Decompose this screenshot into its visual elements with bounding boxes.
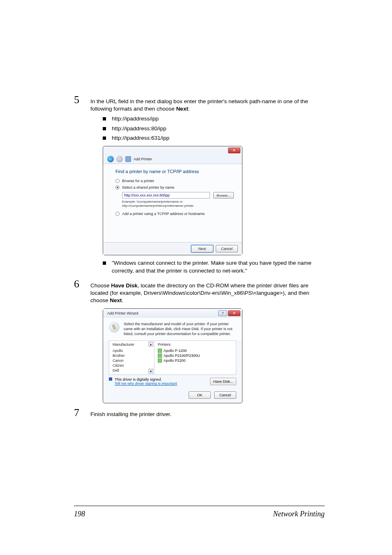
close-button[interactable]: ✕ — [228, 310, 240, 316]
driver-signed-text: This driver is digitally signed. — [115, 377, 177, 382]
dialog1-footer: Next Cancel — [103, 242, 242, 255]
next-label: Next — [198, 247, 206, 251]
ok-label: OK — [197, 393, 202, 397]
cancel-label: Cancel — [221, 247, 233, 251]
browse-label: Browse... — [217, 194, 230, 197]
bullet-text: http://ipaddress:80/ipp — [112, 125, 166, 132]
browse-button[interactable]: Browse... — [213, 192, 234, 199]
cancel-label: Cancel — [219, 393, 231, 397]
dialog1-body: Find a printer by name or TCP/IP address… — [103, 164, 242, 242]
option-tcpip-printer[interactable]: Add a printer using a TCP/IP address or … — [115, 212, 234, 216]
step-6-pre: Choose — [90, 282, 111, 289]
driver-signing-link[interactable]: Tell me why driver signing is important — [115, 382, 177, 386]
step-5-number: 5 — [74, 95, 90, 105]
add-printer-wizard-dialog: Add Printer Wizard ? ✕ Select the manufa… — [103, 308, 325, 403]
step-5-note: "Windows cannot connect to the printer. … — [112, 259, 325, 274]
printers-list[interactable]: Printers Apollo P-1200 Apollo P2100/P230… — [154, 341, 236, 375]
manufacturer-printer-lists: ▴ Manufacturer Apollo Brother Canon Citi… — [109, 340, 236, 375]
printer-item-label: Apollo P2100/P2300U — [164, 354, 200, 358]
printer-item-label: Apollo P2200 — [164, 358, 186, 363]
url-example: Example: \\computername\printername or h… — [122, 200, 234, 208]
mfr-item[interactable]: Canon — [113, 358, 151, 363]
printer-model-icon — [158, 354, 162, 358]
step-6-number: 6 — [74, 279, 90, 289]
example-line2: http://computername/printers/printername… — [122, 204, 234, 208]
option-shared-printer[interactable]: Select a shared printer by name — [115, 185, 234, 190]
step-5-text-pre: In the URL field in the next dialog box … — [90, 98, 308, 112]
radio-icon — [115, 179, 120, 183]
step-6-bold1: Have Disk — [111, 282, 138, 289]
shield-icon — [109, 377, 112, 381]
cancel-button[interactable]: Cancel — [216, 245, 238, 252]
bullet-text: http://ipaddress/ipp — [112, 115, 159, 123]
step-7-number: 7 — [74, 407, 90, 418]
step-7-text: Finish installing the printer driver. — [90, 407, 171, 418]
printer-item[interactable]: Apollo P2100/P2300U — [158, 353, 233, 358]
dialog1-titlebar: ✕ — [103, 146, 242, 155]
have-disk-button[interactable]: Have Disk... — [210, 378, 236, 385]
wizard-icon — [109, 322, 120, 333]
step-6-bold2: Next — [110, 297, 122, 303]
dialog2-instructions: Select the manufacturer and model of you… — [124, 322, 236, 336]
nav-back-button[interactable]: ← — [107, 156, 114, 162]
dialog2-top: Select the manufacturer and model of you… — [103, 318, 242, 340]
mfr-item[interactable]: Apollo — [113, 348, 151, 353]
page-number: 198 — [74, 510, 85, 518]
bullet-icon — [103, 117, 106, 120]
step-5-note-block: "Windows cannot connect to the printer. … — [103, 259, 325, 274]
dialog2-titlebar: Add Printer Wizard ? ✕ — [103, 309, 242, 318]
add-printer-dialog: ✕ ← → Add Printer Find a printer by name… — [103, 146, 325, 255]
scroll-up-button[interactable]: ▴ — [148, 342, 153, 347]
dialog1-header: ← → Add Printer — [103, 155, 242, 164]
close-button[interactable]: ✕ — [228, 148, 240, 153]
step-6-body: Choose Have Disk, locate the directory o… — [90, 279, 325, 305]
radio-icon — [115, 212, 120, 216]
dialog2-title: Add Printer Wizard — [107, 311, 138, 315]
step-6: 6 Choose Have Disk, locate the directory… — [74, 279, 325, 404]
option-shared-label: Select a shared printer by name — [122, 185, 175, 190]
driver-signed-row: This driver is digitally signed. Tell me… — [103, 375, 242, 388]
manufacturer-header: Manufacturer — [113, 342, 151, 347]
bullet-item: http://ipaddress/ipp — [103, 115, 325, 123]
dialog2-footer: OK Cancel — [103, 388, 242, 403]
mfr-item[interactable]: Citizen — [113, 363, 151, 368]
page-footer: 198 Network Printing — [74, 510, 325, 518]
next-button[interactable]: Next — [191, 245, 213, 252]
cancel-button[interactable]: Cancel — [214, 391, 236, 399]
bullet-item: http://ipaddress:80/ipp — [103, 125, 325, 132]
step-5-body: In the URL field in the next dialog box … — [90, 95, 325, 113]
printer-item[interactable]: Apollo P-1200 — [158, 348, 233, 353]
printer-model-icon — [158, 358, 162, 363]
radio-icon — [115, 185, 120, 190]
ok-button[interactable]: OK — [189, 391, 211, 399]
bullet-icon — [103, 261, 106, 265]
nav-forward-button[interactable]: → — [116, 156, 123, 162]
step-6-post: . — [122, 297, 124, 303]
have-disk-label: Have Disk... — [213, 379, 233, 384]
mfr-item[interactable]: Dell — [113, 368, 151, 373]
footer-divider — [74, 506, 325, 506]
manufacturer-list[interactable]: ▴ Manufacturer Apollo Brother Canon Citi… — [109, 341, 154, 375]
printer-icon — [125, 156, 131, 162]
step-5-text-bold: Next — [176, 106, 188, 112]
step-5: 5 In the URL field in the next dialog bo… — [74, 95, 325, 275]
dialog1-header-title: Add Printer — [134, 157, 152, 161]
printer-model-icon — [158, 349, 162, 353]
bullet-icon — [103, 127, 106, 130]
printers-header: Printers — [158, 342, 233, 347]
mfr-item[interactable]: Brother — [113, 353, 151, 358]
option-browse-printer[interactable]: Browse for a printer — [115, 179, 234, 183]
bullet-item: "Windows cannot connect to the printer. … — [103, 259, 325, 274]
option-browse-label: Browse for a printer — [122, 179, 154, 183]
scroll-down-button[interactable]: ▾ — [148, 369, 153, 374]
step-5-bullets: http://ipaddress/ipp http://ipaddress:80… — [103, 115, 325, 142]
help-button[interactable]: ? — [218, 310, 227, 316]
bullet-item: http://ipaddress:631/ipp — [103, 134, 325, 142]
dialog1-heading: Find a printer by name or TCP/IP address — [115, 169, 234, 174]
printer-item-label: Apollo P-1200 — [164, 349, 187, 353]
option-tcpip-label: Add a printer using a TCP/IP address or … — [122, 212, 205, 216]
step-7: 7 Finish installing the printer driver. — [74, 407, 325, 418]
printer-url-input[interactable] — [122, 192, 210, 199]
footer-title: Network Printing — [273, 510, 325, 518]
printer-item[interactable]: Apollo P2200 — [158, 358, 233, 363]
